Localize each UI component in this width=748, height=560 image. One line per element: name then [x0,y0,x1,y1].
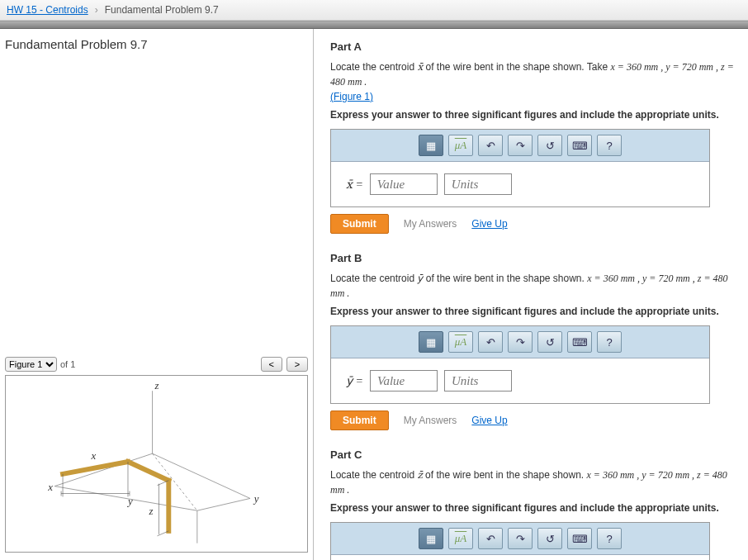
part-b: Part B Locate the centroid ȳ of the wire… [330,252,740,430]
part-c-title: Part C [330,448,740,461]
reset-icon[interactable]: ↺ [537,135,562,156]
units-tool-icon[interactable]: μA [448,135,473,156]
help-icon[interactable]: ? [597,135,622,156]
dim-y-label: y [126,496,133,507]
breadcrumb-back-link[interactable]: HW 15 - Centroids [7,4,88,16]
figure-link[interactable]: (Figure 1) [330,91,373,102]
redo-icon[interactable]: ↷ [508,331,533,353]
part-c-instructions: Express your answer to three significant… [330,502,740,514]
keyboard-icon[interactable]: ⌨ [567,528,592,549]
left-panel: Fundamental Problem 9.7 Figure 1 of 1 < … [0,29,314,560]
breadcrumb: HW 15 - Centroids › Fundamental Problem … [0,0,748,21]
figure-prev-button[interactable]: < [261,357,282,372]
axis-z-label: z [154,380,159,392]
undo-icon[interactable]: ↶ [478,528,503,549]
part-b-answer-box: ▦ μA ↶ ↷ ↺ ⌨ ? ȳ = [330,325,710,404]
part-a-units-input[interactable] [444,173,512,195]
part-b-title: Part B [330,252,740,264]
part-b-prompt: Locate the centroid ȳ of the wire bent i… [330,271,740,301]
figure-next-button[interactable]: > [286,357,308,372]
part-c: Part C Locate the centroid z̄ of the wir… [330,448,740,560]
dim-z-label: z [149,505,154,517]
units-tool-icon[interactable]: μA [448,528,473,549]
part-c-answer-box: ▦ μA ↶ ↷ ↺ ⌨ ? z̄ = [330,522,710,560]
undo-icon[interactable]: ↶ [478,331,503,353]
axis-x-label: x [47,482,53,493]
help-icon[interactable]: ? [597,331,622,353]
keyboard-icon[interactable]: ⌨ [567,135,592,156]
part-b-submit-button[interactable]: Submit [330,411,389,430]
undo-icon[interactable]: ↶ [478,135,503,156]
part-b-value-input[interactable] [370,370,438,392]
figure-select[interactable]: Figure 1 [5,357,57,372]
part-a-toolbar: ▦ μA ↶ ↷ ↺ ⌨ ? [331,130,709,162]
right-panel: Part A Locate the centroid x̄ of the wir… [314,29,748,560]
part-b-units-input[interactable] [444,370,512,392]
part-a-answer-box: ▦ μA ↶ ↷ ↺ ⌨ ? x̄ = [330,129,710,207]
figure-image: z x y x y z [5,375,308,553]
keyboard-icon[interactable]: ⌨ [567,331,592,353]
template-tool-icon[interactable]: ▦ [419,528,443,549]
part-a-submit-button[interactable]: Submit [330,214,389,234]
figure-count-label: of 1 [60,359,75,369]
dim-x-label: x [91,450,97,462]
part-a-giveup-link[interactable]: Give Up [471,218,507,230]
part-a-lhs: x̄ = [346,178,363,192]
part-a-prompt: Locate the centroid x̄ of the wire bent … [330,59,740,104]
reset-icon[interactable]: ↺ [537,331,562,353]
part-b-instructions: Express your answer to three significant… [330,306,740,317]
page-title: Fundamental Problem 9.7 [5,37,308,51]
part-a: Part A Locate the centroid x̄ of the wir… [330,40,740,234]
redo-icon[interactable]: ↷ [508,135,533,156]
axis-y-label: y [253,493,259,505]
template-tool-icon[interactable]: ▦ [419,331,443,353]
part-a-instructions: Express your answer to three significant… [330,109,740,121]
reset-icon[interactable]: ↺ [537,528,562,549]
part-a-title: Part A [330,40,740,53]
part-b-giveup-link[interactable]: Give Up [471,415,507,426]
template-tool-icon[interactable]: ▦ [419,135,443,156]
part-a-my-answers[interactable]: My Answers [404,218,457,230]
part-a-value-input[interactable] [370,173,438,195]
part-b-toolbar: ▦ μA ↶ ↷ ↺ ⌨ ? [331,326,709,358]
part-c-toolbar: ▦ μA ↶ ↷ ↺ ⌨ ? [331,523,709,555]
breadcrumb-separator-icon: › [95,4,98,16]
part-c-prompt: Locate the centroid z̄ of the wire bent … [330,467,740,497]
units-tool-icon[interactable]: μA [448,331,473,353]
part-b-my-answers[interactable]: My Answers [404,415,457,426]
help-icon[interactable]: ? [597,528,622,549]
redo-icon[interactable]: ↷ [508,528,533,549]
header-divider [0,21,748,29]
breadcrumb-current: Fundamental Problem 9.7 [105,4,219,16]
part-b-lhs: ȳ = [346,374,363,388]
